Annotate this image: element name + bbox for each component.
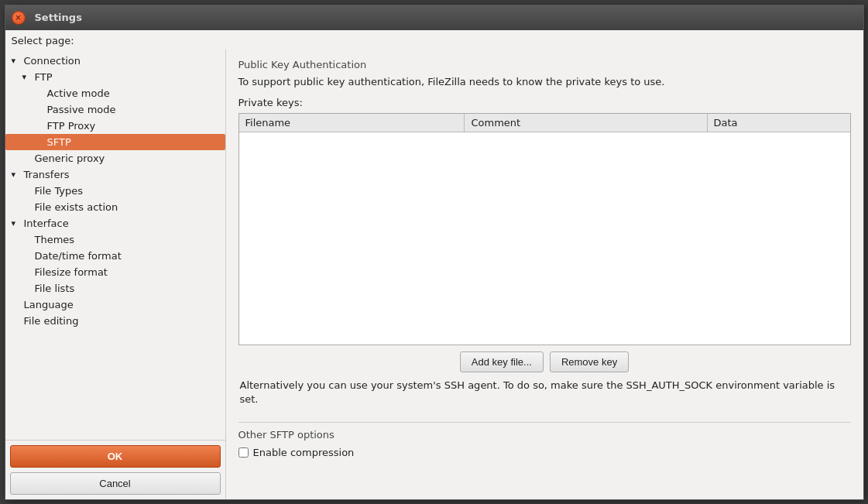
- sidebar-item-file-lists[interactable]: File lists: [5, 280, 225, 297]
- sidebar-item-passive-mode[interactable]: Passive mode: [5, 101, 225, 118]
- main-content: ▾Connection▾FTPActive modePassive modeFT…: [5, 50, 863, 499]
- col-comment: Comment: [465, 114, 707, 132]
- sidebar-label-active-mode: Active mode: [47, 87, 110, 99]
- sidebar-buttons: OK Cancel: [5, 440, 225, 499]
- cancel-button[interactable]: Cancel: [10, 472, 221, 495]
- sidebar: ▾Connection▾FTPActive modePassive modeFT…: [5, 50, 226, 499]
- sidebar-label-transfers: Transfers: [24, 169, 70, 180]
- arrow-ftp: ▾: [22, 72, 32, 82]
- keys-table: Filename Comment Data: [239, 114, 850, 132]
- sidebar-label-ftp-proxy: FTP Proxy: [47, 120, 96, 132]
- sidebar-tree: ▾Connection▾FTPActive modePassive modeFT…: [5, 50, 225, 332]
- window-title: Settings: [35, 12, 82, 23]
- sidebar-label-generic-proxy: Generic proxy: [35, 153, 105, 164]
- sidebar-label-themes: Themes: [35, 234, 75, 245]
- enable-compression-label: Enable compression: [253, 447, 355, 458]
- sidebar-label-ftp: FTP: [35, 71, 53, 83]
- table-buttons: Add key file... Remove key: [238, 345, 851, 379]
- arrow-interface: ▾: [12, 218, 21, 228]
- close-button[interactable]: ×: [12, 11, 26, 25]
- sidebar-item-language[interactable]: Language: [5, 297, 225, 313]
- close-icon: ×: [15, 13, 21, 22]
- sidebar-label-passive-mode: Passive mode: [47, 104, 116, 115]
- sidebar-item-connection[interactable]: ▾Connection: [5, 53, 225, 69]
- sidebar-label-interface: Interface: [24, 218, 69, 229]
- other-sftp-title: Other SFTP options: [238, 429, 851, 441]
- sidebar-item-file-exists-action[interactable]: File exists action: [5, 199, 225, 215]
- keys-table-container: Filename Comment Data: [238, 113, 851, 345]
- sidebar-label-file-exists-action: File exists action: [35, 201, 118, 213]
- col-filename: Filename: [239, 114, 465, 132]
- section-title: Public Key Authentication: [238, 59, 851, 70]
- sidebar-item-active-mode[interactable]: Active mode: [5, 85, 225, 101]
- sidebar-item-sftp[interactable]: SFTP: [5, 134, 225, 150]
- section-description: To support public key authentication, Fi…: [238, 75, 851, 89]
- select-page-label: Select page:: [5, 30, 863, 50]
- settings-window: × Settings Select page: ▾Connection▾FTPA…: [5, 5, 864, 500]
- ssh-agent-note: Alternatively you can use your system's …: [238, 379, 851, 406]
- remove-key-button[interactable]: Remove key: [550, 351, 629, 372]
- sidebar-item-generic-proxy[interactable]: Generic proxy: [5, 150, 225, 166]
- sidebar-item-file-editing[interactable]: File editing: [5, 313, 225, 329]
- sidebar-tree-wrapper: ▾Connection▾FTPActive modePassive modeFT…: [5, 50, 225, 440]
- sidebar-label-sftp: SFTP: [47, 136, 71, 148]
- private-keys-label: Private keys:: [238, 97, 851, 108]
- sidebar-item-ftp[interactable]: ▾FTP: [5, 69, 225, 85]
- sidebar-item-filesize-format[interactable]: Filesize format: [5, 264, 225, 280]
- divider: [238, 422, 851, 423]
- sidebar-label-language: Language: [24, 299, 74, 310]
- add-key-button[interactable]: Add key file...: [460, 351, 544, 372]
- sidebar-label-connection: Connection: [24, 55, 81, 67]
- right-panel: Public Key Authentication To support pub…: [226, 50, 863, 499]
- sidebar-item-file-types[interactable]: File Types: [5, 183, 225, 199]
- sidebar-label-file-types: File Types: [35, 185, 84, 197]
- arrow-transfers: ▾: [12, 170, 21, 180]
- sidebar-item-interface[interactable]: ▾Interface: [5, 215, 225, 231]
- sidebar-item-ftp-proxy[interactable]: FTP Proxy: [5, 118, 225, 134]
- ok-button[interactable]: OK: [10, 445, 221, 468]
- sidebar-item-datetime-format[interactable]: Date/time format: [5, 248, 225, 264]
- enable-compression-row: Enable compression: [238, 447, 851, 458]
- col-data: Data: [707, 114, 849, 132]
- sidebar-item-transfers[interactable]: ▾Transfers: [5, 166, 225, 183]
- sidebar-label-filesize-format: Filesize format: [35, 266, 108, 278]
- titlebar: × Settings: [5, 5, 863, 30]
- arrow-connection: ▾: [12, 56, 21, 66]
- sidebar-label-file-editing: File editing: [24, 315, 79, 327]
- sidebar-item-themes[interactable]: Themes: [5, 231, 225, 248]
- enable-compression-checkbox[interactable]: [238, 447, 249, 458]
- sidebar-label-file-lists: File lists: [35, 283, 75, 294]
- sidebar-label-datetime-format: Date/time format: [35, 250, 122, 262]
